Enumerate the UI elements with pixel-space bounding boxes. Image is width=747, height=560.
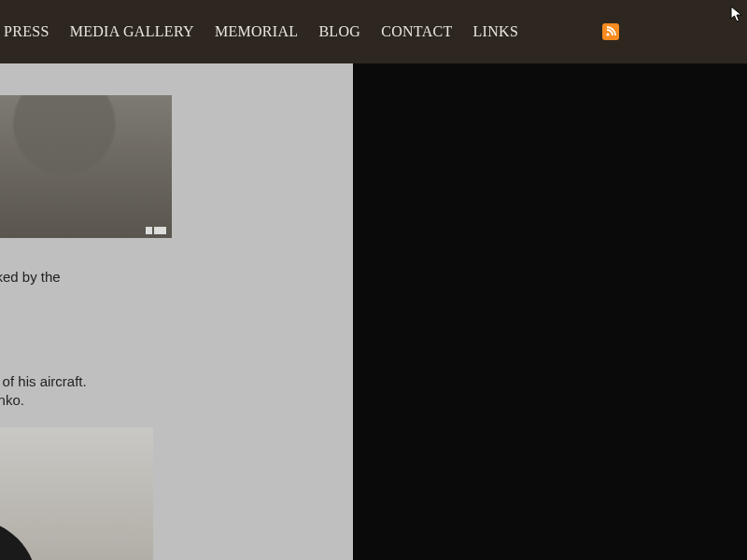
content-column: ar rounds. It's the Iranians, backed by … bbox=[0, 51, 353, 560]
hero-image-content bbox=[0, 95, 172, 238]
rss-icon[interactable] bbox=[602, 23, 619, 40]
article-line: ct that the Turks shot down one of his a… bbox=[0, 372, 334, 391]
article-hero-image bbox=[0, 95, 172, 238]
nav-press[interactable]: PRESS bbox=[4, 23, 49, 40]
nav-blog[interactable]: BLOG bbox=[318, 23, 360, 40]
article-line: Alexander Ryhoravich Lukashenko. bbox=[0, 391, 334, 410]
svg-point-0 bbox=[607, 33, 610, 35]
content-dark-column bbox=[353, 51, 747, 560]
article-image bbox=[0, 427, 153, 560]
nav-contact[interactable]: CONTACT bbox=[381, 23, 452, 40]
page-content: ar rounds. It's the Iranians, backed by … bbox=[0, 51, 747, 560]
site-nav: PRESSMEDIA GALLERYMEMORIALBLOGCONTACTLIN… bbox=[0, 0, 747, 63]
article-snippet: ar rounds. It's the Iranians, backed by … bbox=[0, 268, 334, 287]
article-title[interactable]: is screwed bbox=[0, 331, 334, 367]
article-body: ar rounds. It's the Iranians, backed by … bbox=[0, 268, 334, 560]
nav-memorial[interactable]: MEMORIAL bbox=[215, 23, 299, 40]
person-suit bbox=[0, 519, 37, 560]
nav-links[interactable]: LINKS bbox=[473, 23, 519, 40]
nav-media-gallery[interactable]: MEDIA GALLERY bbox=[70, 23, 194, 40]
